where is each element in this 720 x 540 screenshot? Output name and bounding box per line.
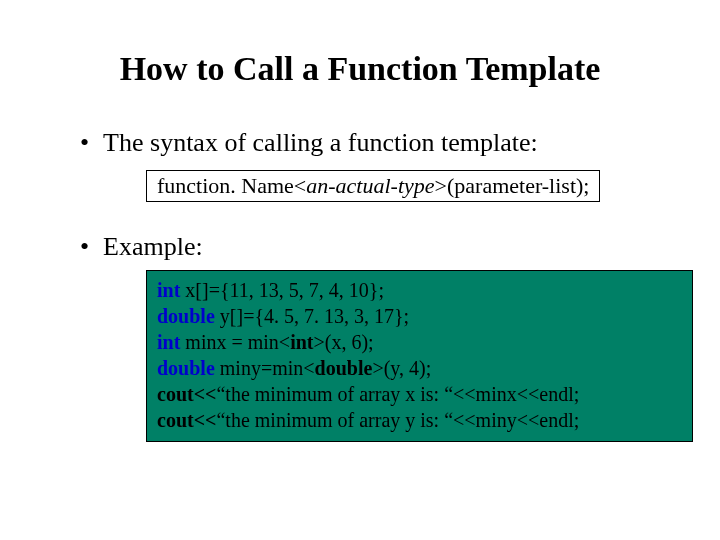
code-text: “the minimum of array x is: “<<minx<<end… (216, 383, 579, 405)
code-line-1: int x[]={11, 13, 5, 7, 4, 10}; (157, 277, 682, 303)
code-line-3: int minx = min<int>(x, 6); (157, 329, 682, 355)
keyword-int: int (157, 331, 180, 353)
syntax-text-2: >(parameter-list); (435, 173, 590, 198)
code-text: minx = min< (180, 331, 290, 353)
keyword-cout: cout<< (157, 409, 216, 431)
code-line-5: cout<<“the minimum of array x is: “<<min… (157, 381, 682, 407)
keyword-int: int (157, 279, 180, 301)
slide-title: How to Call a Function Template (50, 50, 670, 88)
syntax-type-placeholder: an-actual-type (306, 173, 434, 198)
code-text: x[]={11, 13, 5, 7, 4, 10}; (180, 279, 384, 301)
syntax-text-1: function. Name< (157, 173, 306, 198)
code-text: >(y, 4); (372, 357, 431, 379)
code-line-2: double y[]={4. 5, 7. 13, 3, 17}; (157, 303, 682, 329)
code-box: int x[]={11, 13, 5, 7, 4, 10}; double y[… (146, 270, 693, 442)
code-line-6: cout<<“the minimum of array y is: “<<min… (157, 407, 682, 433)
bullet-example: Example: (80, 232, 670, 262)
slide: How to Call a Function Template The synt… (0, 0, 720, 472)
bullet-syntax: The syntax of calling a function templat… (80, 128, 670, 158)
keyword-double-bold: double (315, 357, 373, 379)
syntax-box: function. Name<an-actual-type>(parameter… (146, 170, 600, 202)
keyword-int-bold: int (290, 331, 313, 353)
code-line-4: double miny=min<double>(y, 4); (157, 355, 682, 381)
keyword-double: double (157, 357, 215, 379)
code-text: >(x, 6); (313, 331, 373, 353)
code-text: y[]={4. 5, 7. 13, 3, 17}; (215, 305, 409, 327)
keyword-cout: cout<< (157, 383, 216, 405)
code-text: miny=min< (215, 357, 315, 379)
code-text: “the minimum of array y is: “<<miny<<end… (216, 409, 579, 431)
keyword-double: double (157, 305, 215, 327)
